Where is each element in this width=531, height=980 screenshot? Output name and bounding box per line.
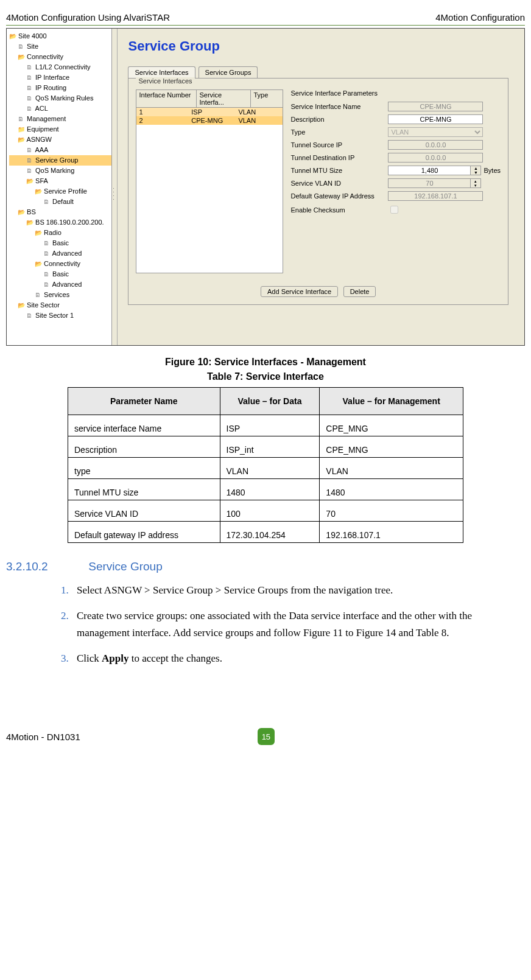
tree-node[interactable]: Connectivity (9, 52, 111, 62)
label: Tunnel MTU Size (290, 167, 388, 174)
folder-icon (26, 176, 33, 186)
tree-node[interactable]: Site (9, 41, 111, 52)
screenshot: Site 4000 Site Connectivity L1/L2 Connec… (6, 28, 525, 346)
tree-node[interactable]: Management (9, 114, 111, 124)
tree-label: Radio (42, 229, 62, 236)
table-row[interactable]: 1 ISP VLAN (136, 108, 283, 116)
table-row: typeVLANVLAN (68, 458, 463, 479)
spinner-buttons[interactable]: ▴▾ (470, 179, 480, 187)
tree-label: Basic (51, 270, 69, 278)
folder-icon (35, 186, 42, 197)
table-cell: 70 (320, 500, 463, 522)
tree-node[interactable]: Radio (9, 228, 111, 238)
tree-node[interactable]: Services (9, 290, 111, 300)
label: Description (290, 116, 388, 123)
tree-label: L1/L2 Connectivity (33, 63, 91, 71)
table-row: Default gateway IP address172.30.104.254… (68, 522, 463, 543)
tree-label: Equipment (25, 125, 59, 133)
tree-node[interactable]: QoS Marking (9, 166, 111, 176)
tree-node[interactable]: AAA (9, 145, 111, 155)
file-icon (26, 93, 33, 103)
col-service-interface[interactable]: Service Interfa... (197, 90, 251, 107)
tunnel-source-ip-input (388, 140, 483, 150)
table-cell: 192.168.107.1 (320, 522, 463, 543)
spinner-buttons[interactable]: ▲▼ (470, 166, 480, 175)
tree-node[interactable]: QoS Marking Rules (9, 93, 111, 103)
mtu-spinner[interactable]: ▲▼ (388, 166, 481, 175)
tree-node[interactable]: Service Profile (9, 186, 111, 197)
tree-node[interactable]: Site Sector (9, 300, 111, 310)
tree-label: Service Group (33, 156, 78, 164)
file-icon (26, 62, 33, 72)
table-cell: VLAN (220, 458, 320, 479)
folder-icon (18, 52, 25, 62)
tree-node[interactable]: Advanced (9, 279, 111, 290)
label: Tunnel Destination IP (290, 154, 388, 161)
tree-node[interactable]: Default (9, 197, 111, 207)
params-title: Service Interface Parameters (290, 89, 501, 97)
service-interface-table: Parameter Name Value – for Data Value – … (68, 387, 463, 543)
splitter-handle[interactable]: ···· (112, 29, 118, 345)
header-right: 4Motion Configuration (435, 12, 525, 23)
mtu-input[interactable] (389, 166, 470, 175)
table-row: service interface NameISPCPE_MNG (68, 415, 463, 436)
tree-node[interactable]: Connectivity (9, 259, 111, 269)
table-row: Tunnel MTU size14801480 (68, 479, 463, 500)
tree-label: BS 186.190.0.200.200. (33, 219, 104, 226)
label: Default Gateway IP Address (290, 192, 388, 200)
th-parameter-name: Parameter Name (68, 388, 220, 415)
tree-node[interactable]: Advanced (9, 248, 111, 259)
vlan-input (389, 179, 470, 187)
file-icon (26, 103, 33, 114)
section-heading: 3.2.10.2 Service Group (6, 560, 525, 573)
tree-label: QoS Marking Rules (33, 94, 93, 102)
vlan-spinner[interactable]: ▴▾ (388, 178, 481, 188)
file-icon (35, 290, 42, 300)
page-footer: 4Motion - DN1031 15 (6, 728, 525, 745)
tree-node[interactable]: BS 186.190.0.200.200. (9, 217, 111, 228)
tree-node[interactable]: IP Interface (9, 72, 111, 83)
tree-node[interactable]: SFA (9, 176, 111, 186)
tree-node[interactable]: BS (9, 207, 111, 217)
tab-service-interfaces[interactable]: Service Interfaces (128, 66, 195, 78)
tree-node[interactable]: L1/L2 Connectivity (9, 62, 111, 72)
table-cell: service interface Name (68, 415, 220, 436)
table-cell: ISP_int (220, 436, 320, 458)
tree-label: ACL (33, 105, 48, 112)
delete-button[interactable]: Delete (343, 286, 376, 297)
tree-node[interactable]: ASNGW (9, 135, 111, 145)
tree-node[interactable]: Site Sector 1 (9, 310, 111, 321)
tree-label: Management (25, 115, 66, 122)
tree-node[interactable]: IP Routing (9, 83, 111, 93)
table-cell: 172.30.104.254 (220, 522, 320, 543)
col-type[interactable]: Type (251, 90, 283, 107)
table-cell: 1480 (220, 479, 320, 500)
table-cell: CPE_MNG (320, 415, 463, 436)
tree-label: Site 4000 (16, 32, 47, 40)
tree-node[interactable]: Basic (9, 238, 111, 248)
tree-node[interactable]: Basic (9, 269, 111, 279)
tree-label: BS (25, 208, 36, 215)
table-row[interactable]: 2 CPE-MNG VLAN (136, 116, 283, 125)
file-icon (43, 238, 51, 248)
add-service-interface-button[interactable]: Add Service Interface (261, 286, 338, 297)
col-interface-number[interactable]: Interface Number (136, 90, 197, 107)
folder-icon (35, 259, 42, 269)
service-interface-name-input (388, 102, 483, 111)
folder-icon (26, 217, 33, 228)
step-item: Click Apply to accept the changes. (61, 650, 525, 667)
header-left: 4Motion Configuration Using AlvariSTAR (6, 12, 170, 23)
table-cell: CPE_MNG (320, 436, 463, 458)
footer-left: 4Motion - DN1031 (6, 732, 80, 742)
tree-node[interactable]: Site 4000 (9, 31, 111, 41)
tree-node[interactable]: Equipment (9, 124, 111, 135)
description-input[interactable] (388, 114, 483, 124)
panel-title: Service Group (116, 32, 521, 66)
tree-label: ASNGW (25, 136, 52, 143)
nav-tree[interactable]: Site 4000 Site Connectivity L1/L2 Connec… (7, 29, 112, 345)
tree-node[interactable]: Service Group (9, 155, 111, 166)
service-interface-table[interactable]: Interface Number Service Interfa... Type… (136, 89, 283, 273)
table-caption: Table 7: Service Interface (6, 371, 525, 382)
tree-node[interactable]: ACL (9, 103, 111, 114)
tab-service-groups[interactable]: Service Groups (199, 66, 258, 78)
